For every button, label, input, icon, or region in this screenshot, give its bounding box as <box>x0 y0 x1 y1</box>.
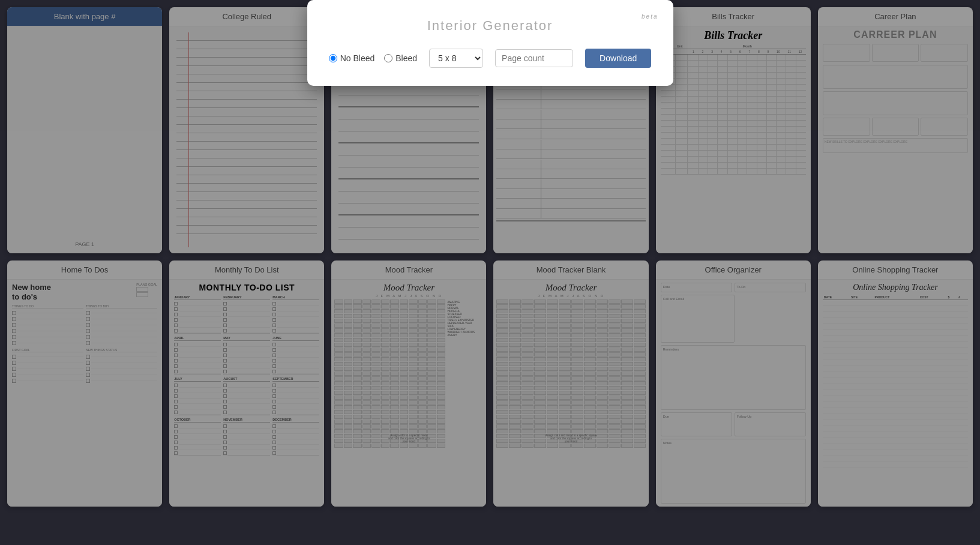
bleed-radio[interactable] <box>384 54 392 62</box>
interior-generator-modal: Interior Generator beta No Bleed Bleed 5… <box>307 0 673 86</box>
modal-controls: No Bleed Bleed 5 x 8 6 x 9 8.5 x 11 Down… <box>328 49 652 68</box>
bleed-radio-label[interactable]: Bleed <box>384 53 417 63</box>
no-bleed-radio-label[interactable]: No Bleed <box>329 53 375 63</box>
bleed-label: Bleed <box>395 53 417 63</box>
page-count-wrapper <box>495 49 573 67</box>
bleed-radio-group: No Bleed Bleed <box>329 53 417 63</box>
page-count-input[interactable] <box>495 49 573 67</box>
no-bleed-label: No Bleed <box>340 53 375 63</box>
modal-overlay: Interior Generator beta No Bleed Bleed 5… <box>0 0 980 545</box>
download-button[interactable]: Download <box>585 49 651 68</box>
no-bleed-radio[interactable] <box>329 54 337 62</box>
modal-title: Interior Generator beta <box>328 18 652 34</box>
modal-beta-label: beta <box>642 13 658 20</box>
size-select[interactable]: 5 x 8 6 x 9 8.5 x 11 <box>429 49 483 68</box>
